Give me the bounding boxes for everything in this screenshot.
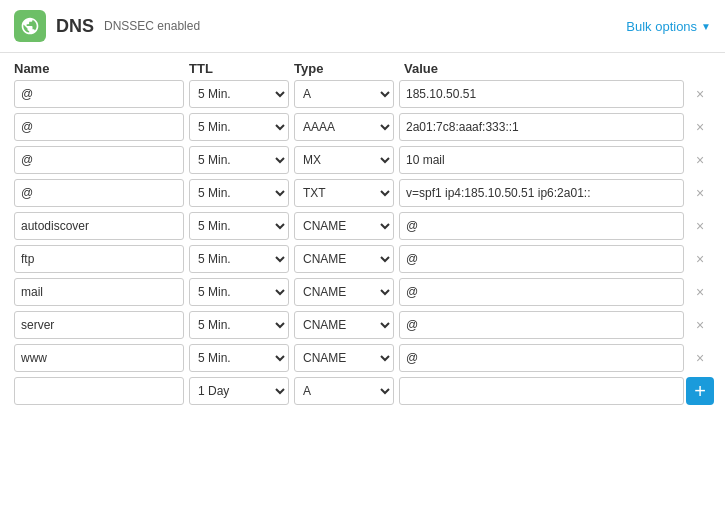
name-input[interactable] bbox=[14, 80, 184, 108]
type-select[interactable]: AAAAACNAMEMXTXTNSSRVCAA bbox=[294, 113, 394, 141]
add-record-button[interactable]: + bbox=[686, 377, 714, 405]
ttl-select[interactable]: 5 Min.10 Min.30 Min.1 Hour6 Hours12 Hour… bbox=[189, 311, 289, 339]
delete-record-button[interactable]: × bbox=[690, 315, 710, 335]
delete-record-button[interactable]: × bbox=[690, 348, 710, 368]
ttl-select[interactable]: 5 Min.10 Min.30 Min.1 Hour6 Hours12 Hour… bbox=[189, 377, 289, 405]
type-select[interactable]: AAAAACNAMEMXTXTNSSRVCAA bbox=[294, 179, 394, 207]
name-input[interactable] bbox=[14, 179, 184, 207]
type-select[interactable]: AAAAACNAMEMXTXTNSSRVCAA bbox=[294, 212, 394, 240]
value-input[interactable] bbox=[399, 146, 684, 174]
value-input[interactable] bbox=[399, 311, 684, 339]
table-row: 5 Min.10 Min.30 Min.1 Hour6 Hours12 Hour… bbox=[14, 344, 711, 372]
name-input[interactable] bbox=[14, 278, 184, 306]
column-headers: Name TTL Type Value bbox=[0, 53, 725, 80]
name-input[interactable] bbox=[14, 344, 184, 372]
name-input[interactable] bbox=[14, 113, 184, 141]
name-input[interactable] bbox=[14, 212, 184, 240]
value-input[interactable] bbox=[399, 377, 684, 405]
value-input[interactable] bbox=[399, 212, 684, 240]
ttl-select[interactable]: 5 Min.10 Min.30 Min.1 Hour6 Hours12 Hour… bbox=[189, 80, 289, 108]
page-title: DNS bbox=[56, 16, 94, 37]
col-header-ttl: TTL bbox=[189, 61, 294, 76]
ttl-select[interactable]: 5 Min.10 Min.30 Min.1 Hour6 Hours12 Hour… bbox=[189, 146, 289, 174]
col-header-value: Value bbox=[404, 61, 711, 76]
delete-record-button[interactable]: × bbox=[690, 282, 710, 302]
bulk-options-button[interactable]: Bulk options ▼ bbox=[626, 19, 711, 34]
col-header-name: Name bbox=[14, 61, 189, 76]
type-select[interactable]: AAAAACNAMEMXTXTNSSRVCAA bbox=[294, 80, 394, 108]
table-row: 5 Min.10 Min.30 Min.1 Hour6 Hours12 Hour… bbox=[14, 146, 711, 174]
delete-record-button[interactable]: × bbox=[690, 150, 710, 170]
ttl-select[interactable]: 5 Min.10 Min.30 Min.1 Hour6 Hours12 Hour… bbox=[189, 344, 289, 372]
delete-record-button[interactable]: × bbox=[690, 183, 710, 203]
ttl-select[interactable]: 5 Min.10 Min.30 Min.1 Hour6 Hours12 Hour… bbox=[189, 245, 289, 273]
value-input[interactable] bbox=[399, 245, 684, 273]
type-select[interactable]: AAAAACNAMEMXTXTNSSRVCAA bbox=[294, 344, 394, 372]
type-select[interactable]: AAAAACNAMEMXTXTNSSRVCAA bbox=[294, 245, 394, 273]
dns-records-list: 5 Min.10 Min.30 Min.1 Hour6 Hours12 Hour… bbox=[0, 80, 725, 405]
value-input[interactable] bbox=[399, 113, 684, 141]
value-input[interactable] bbox=[399, 80, 684, 108]
type-select[interactable]: AAAAACNAMEMXTXTNSSRVCAA bbox=[294, 377, 394, 405]
type-select[interactable]: AAAAACNAMEMXTXTNSSRVCAA bbox=[294, 146, 394, 174]
delete-record-button[interactable]: × bbox=[690, 249, 710, 269]
dnssec-status: DNSSEC enabled bbox=[104, 19, 200, 33]
ttl-select[interactable]: 5 Min.10 Min.30 Min.1 Hour6 Hours12 Hour… bbox=[189, 113, 289, 141]
delete-record-button[interactable]: × bbox=[690, 84, 710, 104]
delete-record-button[interactable]: × bbox=[690, 216, 710, 236]
ttl-select[interactable]: 5 Min.10 Min.30 Min.1 Hour6 Hours12 Hour… bbox=[189, 179, 289, 207]
type-select[interactable]: AAAAACNAMEMXTXTNSSRVCAA bbox=[294, 278, 394, 306]
table-row: 5 Min.10 Min.30 Min.1 Hour6 Hours12 Hour… bbox=[14, 278, 711, 306]
bulk-options-label: Bulk options bbox=[626, 19, 697, 34]
value-input[interactable] bbox=[399, 344, 684, 372]
delete-record-button[interactable]: × bbox=[690, 117, 710, 137]
type-select[interactable]: AAAAACNAMEMXTXTNSSRVCAA bbox=[294, 311, 394, 339]
name-input[interactable] bbox=[14, 146, 184, 174]
chevron-down-icon: ▼ bbox=[701, 21, 711, 32]
table-row: 5 Min.10 Min.30 Min.1 Hour6 Hours12 Hour… bbox=[14, 179, 711, 207]
name-input[interactable] bbox=[14, 377, 184, 405]
name-input[interactable] bbox=[14, 245, 184, 273]
name-input[interactable] bbox=[14, 311, 184, 339]
table-row: 5 Min.10 Min.30 Min.1 Hour6 Hours12 Hour… bbox=[14, 212, 711, 240]
table-row: 5 Min.10 Min.30 Min.1 Hour6 Hours12 Hour… bbox=[14, 377, 711, 405]
table-row: 5 Min.10 Min.30 Min.1 Hour6 Hours12 Hour… bbox=[14, 80, 711, 108]
dns-icon bbox=[14, 10, 46, 42]
table-row: 5 Min.10 Min.30 Min.1 Hour6 Hours12 Hour… bbox=[14, 311, 711, 339]
ttl-select[interactable]: 5 Min.10 Min.30 Min.1 Hour6 Hours12 Hour… bbox=[189, 212, 289, 240]
col-header-type: Type bbox=[294, 61, 404, 76]
table-row: 5 Min.10 Min.30 Min.1 Hour6 Hours12 Hour… bbox=[14, 245, 711, 273]
dns-header: DNS DNSSEC enabled Bulk options ▼ bbox=[0, 0, 725, 53]
table-row: 5 Min.10 Min.30 Min.1 Hour6 Hours12 Hour… bbox=[14, 113, 711, 141]
value-input[interactable] bbox=[399, 179, 684, 207]
value-input[interactable] bbox=[399, 278, 684, 306]
ttl-select[interactable]: 5 Min.10 Min.30 Min.1 Hour6 Hours12 Hour… bbox=[189, 278, 289, 306]
